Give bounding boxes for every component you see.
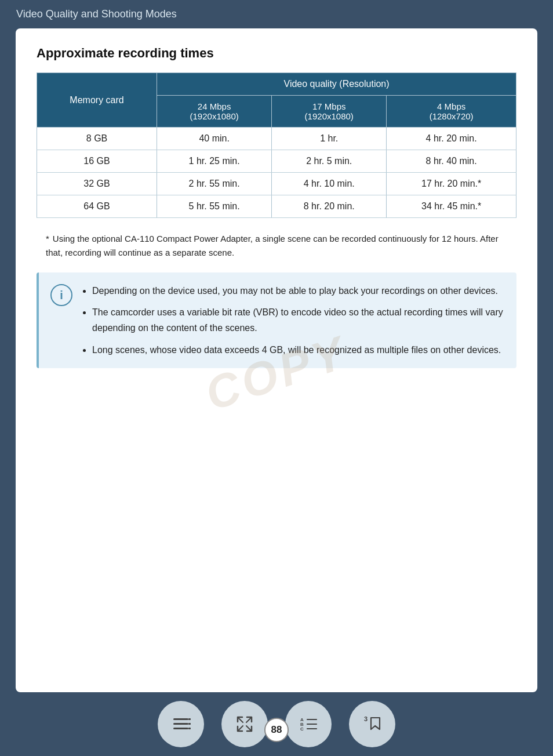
td-memory: 64 GB xyxy=(37,195,157,218)
table-row: 32 GB 2 hr. 55 min. 4 hr. 10 min. 17 hr.… xyxy=(37,173,516,195)
info-list-item: Long scenes, whose video data exceeds 4 … xyxy=(92,342,505,358)
td-v2: 8 hr. 20 min. xyxy=(272,195,387,218)
table-header-memory-card: Memory card xyxy=(37,73,157,128)
table-col-4mbps: 4 Mbps(1280x720) xyxy=(387,96,516,128)
bottom-nav: 88 A B C 3 xyxy=(0,692,553,756)
table-header-video-quality: Video quality (Resolution) xyxy=(157,73,516,96)
table-col-17mbps: 17 Mbps(1920x1080) xyxy=(272,96,387,128)
td-memory: 32 GB xyxy=(37,173,157,195)
info-box: i Depending on the device used, you may … xyxy=(37,272,516,368)
svg-line-9 xyxy=(238,726,243,731)
abc-list-button[interactable]: A B C xyxy=(285,701,332,747)
bookmark-button[interactable]: 3 xyxy=(349,701,395,747)
footnote-text: Using the optional CA-110 Compact Power … xyxy=(46,234,499,257)
footnote: *Using the optional CA-110 Compact Power… xyxy=(37,232,516,260)
svg-rect-3 xyxy=(188,718,191,720)
section-title: Approximate recording times xyxy=(37,46,516,61)
table-row: 64 GB 5 hr. 55 min. 8 hr. 20 min. 34 hr.… xyxy=(37,195,516,218)
bookmark-icon: 3 xyxy=(361,713,383,735)
recording-table: Memory card Video quality (Resolution) 2… xyxy=(37,72,516,218)
abc-list-icon: A B C xyxy=(297,713,319,735)
content-card: COPY Approximate recording times Memory … xyxy=(16,28,537,692)
td-memory: 8 GB xyxy=(37,128,157,150)
svg-rect-2 xyxy=(173,728,188,729)
page-header: Video Quality and Shooting Modes xyxy=(0,0,553,28)
table-col-24mbps: 24 Mbps(1920x1080) xyxy=(157,96,272,128)
td-v1: 40 min. xyxy=(157,128,272,150)
info-list-item: Depending on the device used, you may no… xyxy=(92,283,505,299)
info-icon: i xyxy=(50,284,72,306)
td-v1: 2 hr. 55 min. xyxy=(157,173,272,195)
svg-line-7 xyxy=(246,717,252,722)
td-v2: 4 hr. 10 min. xyxy=(272,173,387,195)
svg-text:3: 3 xyxy=(364,715,368,722)
svg-rect-1 xyxy=(173,723,188,725)
info-list: Depending on the device used, you may no… xyxy=(82,283,505,358)
td-v3: 4 hr. 20 min. xyxy=(387,128,516,150)
expand-button[interactable] xyxy=(221,701,268,747)
footnote-star: * xyxy=(46,234,49,243)
svg-marker-17 xyxy=(371,718,380,729)
table-row: 8 GB 40 min. 1 hr. 4 hr. 20 min. xyxy=(37,128,516,150)
header-title: Video Quality and Shooting Modes xyxy=(16,8,177,20)
td-v3: 17 hr. 20 min.* xyxy=(387,173,516,195)
svg-text:C: C xyxy=(300,726,304,732)
td-v1: 1 hr. 25 min. xyxy=(157,150,272,173)
td-v3: 8 hr. 40 min. xyxy=(387,150,516,173)
svg-rect-4 xyxy=(188,723,191,725)
td-v1: 5 hr. 55 min. xyxy=(157,195,272,218)
menu-button[interactable] xyxy=(158,701,204,747)
expand-icon xyxy=(234,713,256,735)
svg-rect-5 xyxy=(188,728,191,729)
svg-line-8 xyxy=(246,726,252,731)
svg-line-6 xyxy=(238,717,243,722)
page-number: 88 xyxy=(264,718,289,742)
info-list-item: The camcorder uses a variable bit rate (… xyxy=(92,304,505,336)
table-row: 16 GB 1 hr. 25 min. 2 hr. 5 min. 8 hr. 4… xyxy=(37,150,516,173)
td-v3: 34 hr. 45 min.* xyxy=(387,195,516,218)
td-memory: 16 GB xyxy=(37,150,157,173)
svg-rect-0 xyxy=(173,718,188,720)
menu-icon xyxy=(170,713,192,735)
td-v2: 2 hr. 5 min. xyxy=(272,150,387,173)
td-v2: 1 hr. xyxy=(272,128,387,150)
